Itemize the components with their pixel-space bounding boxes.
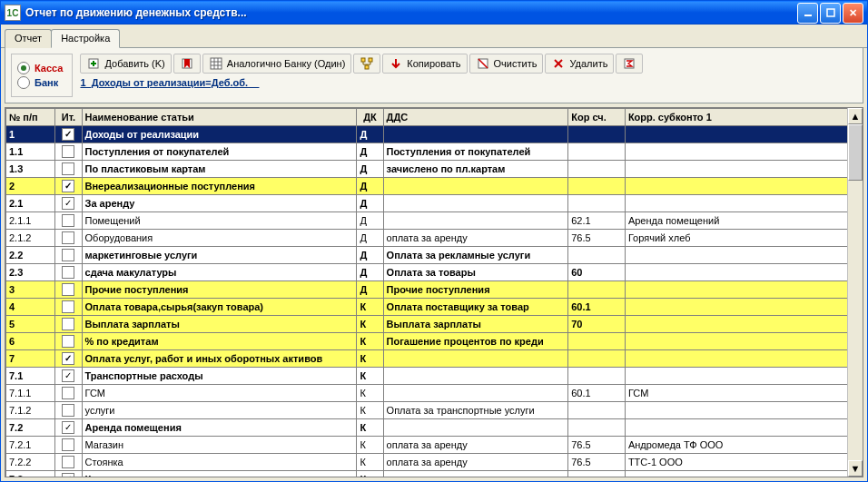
cell-sub[interactable] [625, 281, 862, 299]
cell-sub[interactable] [625, 402, 862, 419]
cell-it[interactable] [55, 299, 82, 316]
tool-extra-2[interactable] [353, 54, 380, 74]
maximize-button[interactable] [820, 3, 841, 24]
table-row[interactable]: 2.1.1ПомещенийД62.1Аренда помещений [6, 212, 863, 230]
checkbox-icon[interactable] [62, 162, 74, 175]
cell-it[interactable] [55, 178, 82, 195]
col-dk[interactable]: ДК [357, 109, 383, 126]
cell-ks[interactable]: 60.1 [568, 385, 626, 402]
cell-it[interactable] [55, 437, 82, 454]
cell-dds[interactable]: Прочие поступления [383, 281, 568, 299]
cell-ks[interactable] [568, 161, 626, 178]
cell-dds[interactable]: оплата за аренду [383, 454, 568, 471]
like-bank-button[interactable]: Аналогично Банку (Один) [202, 54, 352, 74]
cell-dds[interactable] [383, 368, 568, 385]
cell-it[interactable] [55, 471, 82, 478]
cell-dk[interactable]: Д [357, 281, 383, 299]
table-row[interactable]: 2.3сдача макулатурыДОплата за товары60 [6, 264, 863, 281]
cell-name[interactable]: Внереализационные поступления [82, 178, 357, 195]
cell-sub[interactable] [625, 126, 862, 143]
cell-dk[interactable]: К [357, 333, 383, 350]
checkbox-icon[interactable] [62, 404, 74, 417]
cell-np[interactable]: 7.1.2 [6, 402, 55, 419]
cell-name[interactable]: Выплата зарплаты [82, 316, 357, 333]
cell-name[interactable]: Доходы от реализации [82, 126, 357, 143]
table-row[interactable]: 3Прочие поступленияДПрочие поступления [6, 281, 863, 299]
cell-sub[interactable]: ГСМ [625, 385, 862, 402]
cell-ks[interactable]: 60 [568, 264, 626, 281]
cell-np[interactable]: 2.1 [6, 195, 55, 212]
cell-dk[interactable]: К [357, 402, 383, 419]
cell-dk[interactable]: К [357, 471, 383, 478]
cell-dds[interactable] [383, 385, 568, 402]
cell-ks[interactable]: 76.5 [568, 454, 626, 471]
table-row[interactable]: 7.1.1ГСМК60.1ГСМ [6, 385, 863, 402]
cell-it[interactable] [55, 247, 82, 264]
cell-np[interactable]: 4 [6, 299, 55, 316]
cell-ks[interactable]: 62.1 [568, 212, 626, 230]
checkbox-icon[interactable] [62, 438, 74, 451]
scroll-thumb[interactable] [848, 124, 863, 181]
table-row[interactable]: 7.2.1МагазинКоплата за аренду76.5Андроме… [6, 437, 863, 454]
col-sub[interactable]: Корр. субконто 1 [625, 109, 862, 126]
cell-it[interactable] [55, 126, 82, 143]
cell-dk[interactable]: Д [357, 247, 383, 264]
cell-name[interactable]: % по кредитам [82, 333, 357, 350]
cell-dds[interactable]: Оплата за рекламные услуги [383, 247, 568, 264]
cell-dds[interactable]: зачислено по пл.картам [383, 161, 568, 178]
cell-ks[interactable] [568, 402, 626, 419]
cell-name[interactable]: услуги [82, 402, 357, 419]
cell-np[interactable]: 3 [6, 281, 55, 299]
cell-name[interactable]: За аренду [82, 195, 357, 212]
cell-it[interactable] [55, 316, 82, 333]
checkbox-icon[interactable] [62, 214, 74, 227]
cell-it[interactable] [55, 264, 82, 281]
cell-np[interactable]: 2.3 [6, 264, 55, 281]
col-np[interactable]: № п/п [6, 109, 55, 126]
cell-sub[interactable]: Горячий хлеб [625, 230, 862, 247]
cell-dk[interactable]: Д [357, 212, 383, 230]
cell-it[interactable] [55, 402, 82, 419]
cell-np[interactable]: 1 [6, 126, 55, 143]
checkbox-icon[interactable] [62, 421, 74, 434]
cell-name[interactable]: маркетинговые услуги [82, 247, 357, 264]
cell-dds[interactable]: Оплата поставщику за товар [383, 299, 568, 316]
cell-ks[interactable] [568, 281, 626, 299]
checkbox-icon[interactable] [62, 128, 74, 141]
cell-dk[interactable]: Д [357, 264, 383, 281]
checkbox-icon[interactable] [62, 352, 74, 365]
cell-dds[interactable]: Оплата за товары [383, 264, 568, 281]
cell-dds[interactable] [383, 178, 568, 195]
cell-it[interactable] [55, 368, 82, 385]
cell-name[interactable]: Стоянка [82, 454, 357, 471]
cell-it[interactable] [55, 333, 82, 350]
cell-sub[interactable] [625, 143, 862, 161]
cell-name[interactable]: Оплата услуг, работ и иных оборотных акт… [82, 350, 357, 368]
cell-it[interactable] [55, 195, 82, 212]
cell-dds[interactable]: Поступления от покупателей [383, 143, 568, 161]
cell-np[interactable]: 2.2 [6, 247, 55, 264]
checkbox-icon[interactable] [62, 197, 74, 210]
scroll-track[interactable] [848, 124, 863, 460]
cell-dk[interactable]: К [357, 368, 383, 385]
checkbox-icon[interactable] [62, 180, 74, 192]
close-button[interactable]: ✕ [843, 3, 863, 24]
table-row[interactable]: 1.1Поступления от покупателейДПоступлени… [6, 143, 863, 161]
table-row[interactable]: 6% по кредитамКПогашение процентов по кр… [6, 333, 863, 350]
cell-ks[interactable] [568, 419, 626, 437]
checkbox-icon[interactable] [62, 335, 74, 348]
cell-sub[interactable] [625, 195, 862, 212]
cell-np[interactable]: 7.2.1 [6, 437, 55, 454]
checkbox-icon[interactable] [62, 300, 74, 313]
cell-np[interactable]: 7.2 [6, 419, 55, 437]
cell-dds[interactable]: Оплата за транспортные услуги [383, 402, 568, 419]
table-row[interactable]: 7.3Коммунальные услугиК [6, 471, 863, 478]
table-row[interactable]: 7Оплата услуг, работ и иных оборотных ак… [6, 350, 863, 368]
cell-name[interactable]: По пластиковым картам [82, 161, 357, 178]
scroll-down-icon[interactable]: ▼ [848, 460, 863, 477]
cell-ks[interactable]: 70 [568, 316, 626, 333]
checkbox-icon[interactable] [62, 318, 74, 330]
cell-ks[interactable] [568, 195, 626, 212]
cell-sub[interactable] [625, 471, 862, 478]
cell-sub[interactable] [625, 419, 862, 437]
